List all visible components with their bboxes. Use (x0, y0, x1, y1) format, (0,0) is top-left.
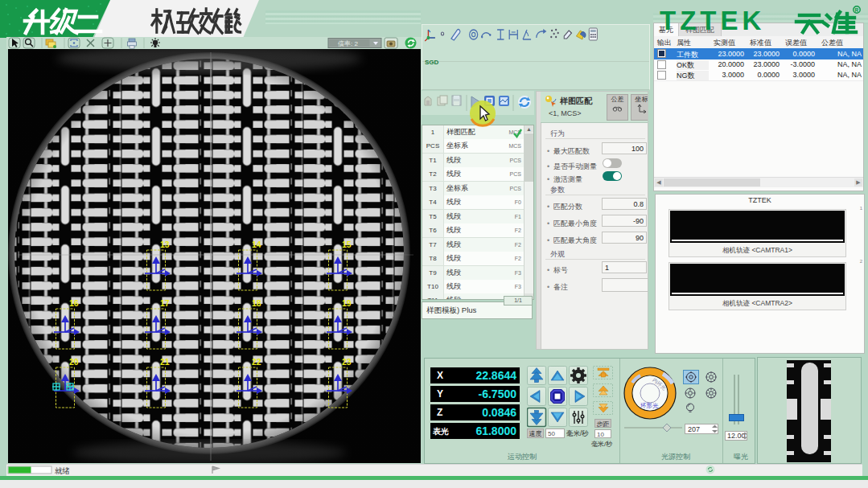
svg-text:13: 13 (160, 240, 170, 249)
svg-text:19: 19 (342, 298, 352, 308)
svg-text:倍率: 2: 倍率: 2 (338, 40, 358, 47)
svg-text:17: 17 (160, 298, 170, 308)
svg-text:22: 22 (252, 357, 261, 367)
svg-text:就绪: 就绪 (55, 466, 71, 475)
svg-text:R: R (855, 7, 859, 13)
svg-text:15: 15 (342, 240, 352, 249)
svg-text:环形光: 环形光 (640, 402, 659, 409)
svg-text:23: 23 (342, 357, 352, 367)
svg-text:21: 21 (160, 357, 170, 367)
svg-text:14: 14 (252, 240, 261, 249)
svg-text:16: 16 (69, 298, 79, 308)
svg-text:TZTEK: TZTEK (660, 6, 765, 35)
svg-text:18: 18 (252, 298, 261, 308)
svg-text:20: 20 (69, 357, 79, 367)
